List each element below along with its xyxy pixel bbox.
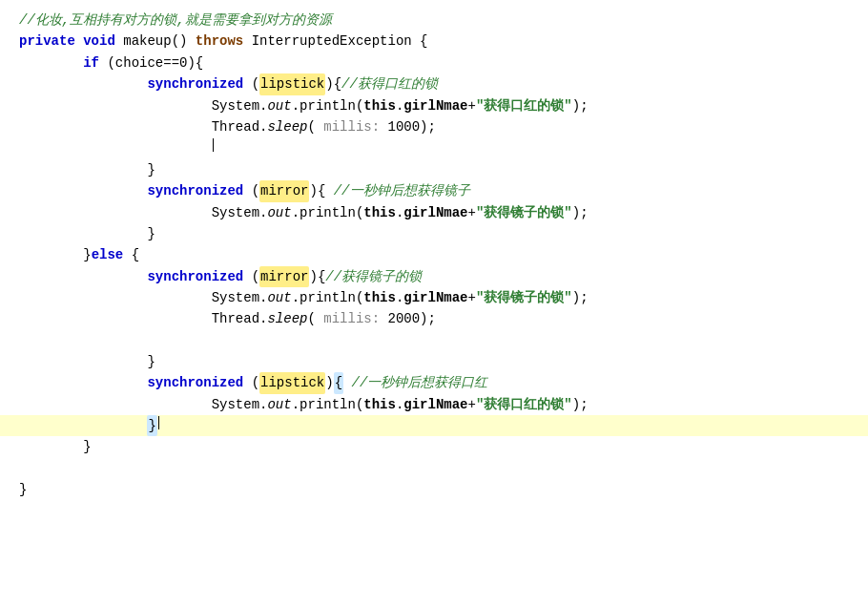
keyword-private: private <box>19 31 75 52</box>
code-line-blank2 <box>0 330 868 351</box>
sleep-italic1: sleep <box>267 116 307 137</box>
out-italic2: out <box>267 202 291 223</box>
code-line-sleep2: Thread. sleep ( millis: 2000); <box>0 308 868 329</box>
out-italic3: out <box>267 287 291 308</box>
code-line-println-lipstick2: System. out .println( this . girlNmae + … <box>0 394 868 415</box>
string-lipstick2: "获得口红的锁" <box>476 394 572 415</box>
code-line-else: } else { <box>0 244 868 265</box>
out-italic4: out <box>267 394 291 415</box>
comment-mirror2: //获得镜子的锁 <box>325 266 422 287</box>
keyword-void: void <box>83 31 115 52</box>
millis-param2: millis: <box>323 308 380 329</box>
code-line-sleep1: Thread. sleep ( millis: 1000); <box>0 116 868 137</box>
this-keyword3: this <box>363 287 396 308</box>
code-editor: //化妆,互相持有对方的锁,就是需要拿到对方的资源 private void m… <box>0 0 868 606</box>
lipstick-highlight1: lipstick <box>259 73 325 94</box>
comment-header: //化妆,互相持有对方的锁,就是需要拿到对方的资源 <box>19 10 332 31</box>
code-line-println-mirror1: System. out .println( this . girlNmae + … <box>0 202 868 223</box>
code-line-comment: //化妆,互相持有对方的锁,就是需要拿到对方的资源 <box>0 10 868 31</box>
code-line-close5: } <box>0 479 868 500</box>
string-mirror1: "获得镜子的锁" <box>476 202 572 223</box>
code-line-close4: } <box>0 436 868 457</box>
code-line-println-mirror2: System. out .println( this . girlNmae + … <box>0 287 868 308</box>
keyword-synchronized3: synchronized <box>147 266 243 287</box>
this-keyword4: this <box>363 394 396 415</box>
code-line-close-highlighted: } <box>0 415 868 436</box>
comment-lipstick2: //一秒钟后想获得口红 <box>352 372 488 393</box>
string-mirror2: "获得镜子的锁" <box>476 287 572 308</box>
cursor2 <box>158 416 159 429</box>
code-line-sync-lipstick1: synchronized ( lipstick ){ //获得口红的锁 <box>0 73 868 94</box>
keyword-if: if <box>83 52 99 73</box>
sleep-italic2: sleep <box>267 308 307 329</box>
code-line-println-lipstick1: System. out .println( this . girlNmae + … <box>0 95 868 116</box>
code-line-if: if (choice==0){ <box>0 52 868 73</box>
cursor <box>213 138 214 152</box>
keyword-synchronized4: synchronized <box>147 372 243 393</box>
keyword-throws: throws <box>196 31 243 52</box>
code-line-close1: } <box>0 159 868 180</box>
millis-param1: millis: <box>323 116 380 137</box>
code-line-sync-lipstick2: synchronized ( lipstick ) { //一秒钟后想获得口红 <box>0 372 868 393</box>
keyword-else: else <box>92 244 124 265</box>
code-line-method: private void makeup() throws Interrupted… <box>0 31 868 52</box>
lipstick-highlight2: lipstick <box>259 372 325 393</box>
code-line-sync-mirror2: synchronized ( mirror ){ //获得镜子的锁 <box>0 266 868 287</box>
code-line-sync-mirror1: synchronized ( mirror ){ //一秒钟后想获得镜子 <box>0 180 868 201</box>
code-line-blank1 <box>0 137 868 158</box>
code-line-close3: } <box>0 351 868 372</box>
code-line-close2: } <box>0 223 868 244</box>
keyword-synchronized1: synchronized <box>147 73 243 94</box>
code-line-blank3 <box>0 458 868 479</box>
out-italic1: out <box>267 95 291 116</box>
string-lipstick1: "获得口红的锁" <box>476 95 572 116</box>
keyword-synchronized2: synchronized <box>147 180 243 201</box>
mirror-highlight1: mirror <box>259 180 309 201</box>
comment-lipstick1: //获得口红的锁 <box>341 73 438 94</box>
closing-brace-highlight: } <box>147 415 156 436</box>
mirror-highlight2: mirror <box>259 266 309 287</box>
this-keyword1: this <box>363 95 396 116</box>
brace-highlight: { <box>334 372 343 393</box>
this-keyword2: this <box>363 202 396 223</box>
comment-mirror1: //一秒钟后想获得镜子 <box>334 180 470 201</box>
